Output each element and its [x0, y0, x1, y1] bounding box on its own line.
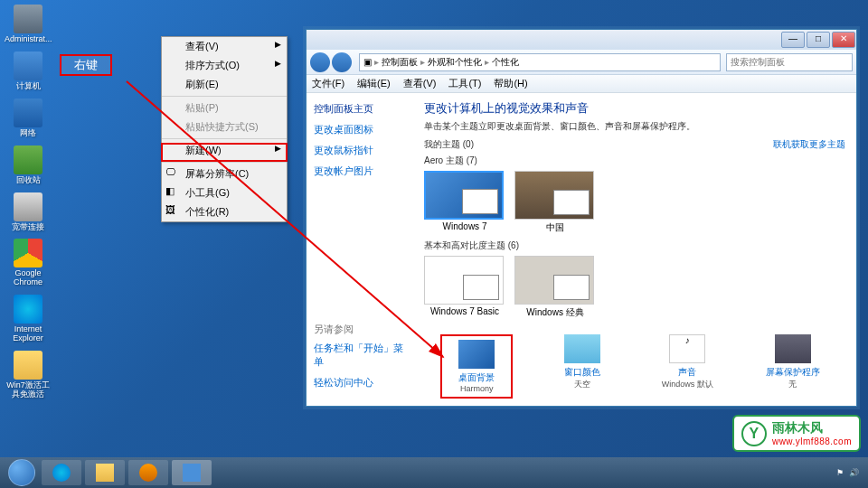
cm-paste: 粘贴(P)	[162, 99, 287, 117]
watermark-text: 雨林木风	[772, 420, 852, 436]
icon-label: 宽带连接	[5, 223, 52, 232]
cm-paste-shortcut: 粘贴快捷方式(S)	[162, 117, 287, 136]
screensaver-button[interactable]: 屏幕保护程序 无	[757, 334, 829, 399]
aero-label: Aero 主题 (7)	[424, 155, 845, 167]
menu-edit[interactable]: 编辑(E)	[357, 77, 391, 90]
cm-label: 新建(W)	[185, 145, 222, 155]
desktop-icon-admin[interactable]: Administrat...	[5, 5, 52, 44]
cm-separator	[162, 138, 287, 139]
recycle-icon	[14, 145, 42, 174]
search-input[interactable]	[726, 53, 853, 71]
tray-flag-icon[interactable]: ⚑	[836, 468, 844, 477]
taskbar-explorer[interactable]	[85, 460, 125, 485]
watermark-url: www.ylmf888.com	[772, 436, 852, 446]
color-button[interactable]: 窗口颜色 天空	[546, 334, 618, 399]
desktop-icons: Administrat... 计算机 网络 回收站 宽带连接 Google Ch…	[5, 5, 52, 399]
sidebar-link-ease[interactable]: 轻松访问中心	[314, 376, 406, 389]
minimize-button[interactable]: —	[781, 32, 805, 48]
titlebar-controls: — □ ✕	[780, 30, 856, 50]
folder-icon: ▣	[363, 57, 372, 67]
theme-label: Windows 7	[443, 221, 487, 231]
cm-sort[interactable]: 排序方式(O)▶	[162, 56, 287, 75]
icon-label: Internet Explorer	[5, 325, 52, 343]
bottom-title: 屏幕保护程序	[757, 366, 829, 379]
sidebar-link-taskbar[interactable]: 任务栏和「开始」菜单	[314, 342, 406, 369]
sidebar-link-icons[interactable]: 更改桌面图标	[314, 123, 406, 136]
watermark-logo-icon: Y	[741, 421, 767, 446]
sidebar-link-account[interactable]: 更改帐户图片	[314, 164, 406, 178]
page-heading: 更改计算机上的视觉效果和声音	[424, 100, 845, 117]
menu-help[interactable]: 帮助(H)	[494, 77, 527, 90]
breadcrumb-segment[interactable]: 控制面板	[382, 56, 418, 69]
sidebar-also-label: 另请参阅	[314, 323, 406, 336]
icon-label: 回收站	[5, 176, 52, 185]
bottom-row: 桌面背景 Harmony 窗口颜色 天空 ♪ 声音 Windows 默认	[424, 334, 845, 399]
cm-gadgets[interactable]: ◧小工具(G)	[162, 183, 287, 202]
context-menu: 查看(V)▶ 排序方式(O)▶ 刷新(E) 粘贴(P) 粘贴快捷方式(S) 新建…	[161, 36, 288, 222]
taskbar-media[interactable]	[128, 460, 168, 485]
sidebar-link-pointer[interactable]: 更改鼠标指针	[314, 144, 406, 157]
aero-themes-row: Windows 7 中国	[424, 171, 845, 234]
close-button[interactable]: ✕	[832, 32, 855, 48]
back-button[interactable]	[310, 52, 330, 72]
sound-button[interactable]: ♪ 声音 Windows 默认	[651, 334, 723, 399]
tray-volume-icon[interactable]: 🔊	[849, 468, 859, 477]
sidebar: 控制面板主页 更改桌面图标 更改鼠标指针 更改帐户图片 另请参阅 任务栏和「开始…	[307, 93, 413, 406]
desktop-icon-network[interactable]: 网络	[5, 99, 52, 138]
breadcrumb-segment[interactable]: 外观和个性化	[428, 56, 482, 69]
forward-button[interactable]	[332, 52, 352, 72]
icon-label: Google Chrome	[5, 269, 52, 287]
bottom-sub: 天空	[546, 379, 618, 390]
page-subheading: 单击某个主题立即更改桌面背景、窗口颜色、声音和屏幕保护程序。	[424, 120, 845, 133]
main-panel: 更改计算机上的视觉效果和声音 单击某个主题立即更改桌面背景、窗口颜色、声音和屏幕…	[413, 93, 856, 406]
desktop-icon-broadband[interactable]: 宽带连接	[5, 192, 52, 232]
cm-separator	[162, 96, 287, 97]
icon-label: Administrat...	[5, 35, 52, 44]
folder-icon	[14, 351, 42, 380]
ie-icon	[14, 295, 42, 324]
more-themes-link[interactable]: 联机获取更多主题	[773, 138, 845, 151]
breadcrumb[interactable]: ▣ ▸ 控制面板 ▸ 外观和个性化 ▸ 个性化	[359, 53, 721, 71]
maximize-button[interactable]: □	[807, 32, 830, 48]
system-tray[interactable]: ⚑ 🔊	[836, 468, 864, 477]
bottom-title: 声音	[651, 366, 723, 379]
bottom-sub: Windows 默认	[651, 379, 723, 390]
menu-tools[interactable]: 工具(T)	[448, 77, 481, 90]
desktop-icon-folder[interactable]: Win7激活工具免激活	[5, 351, 52, 399]
start-button[interactable]	[4, 457, 40, 488]
wallpaper-button[interactable]: 桌面背景 Harmony	[440, 334, 513, 399]
theme-label: 中国	[546, 222, 564, 232]
desktop-icon-ie[interactable]: Internet Explorer	[5, 295, 52, 343]
menu-file[interactable]: 文件(F)	[312, 77, 344, 90]
desktop-icon-recycle[interactable]: 回收站	[5, 145, 52, 185]
ie-icon	[52, 464, 71, 482]
window-icon	[183, 464, 201, 482]
titlebar[interactable]: — □ ✕	[307, 30, 856, 50]
taskbar-personalization[interactable]	[172, 460, 212, 485]
desktop-icon-chrome[interactable]: Google Chrome	[5, 239, 52, 287]
desktop-icon-computer[interactable]: 计算机	[5, 52, 52, 91]
personalize-icon: 🖼	[165, 204, 180, 217]
theme-classic[interactable]: Windows 经典	[514, 256, 596, 319]
cm-view[interactable]: 查看(V)▶	[162, 37, 287, 56]
cm-personalize[interactable]: 🖼个性化(R)	[162, 202, 287, 221]
cm-refresh[interactable]: 刷新(E)	[162, 75, 287, 94]
taskbar: ⚑ 🔊	[0, 457, 868, 488]
chevron-right-icon: ▸	[485, 57, 489, 67]
menu-view[interactable]: 查看(V)	[403, 77, 437, 90]
bottom-sub: 无	[757, 379, 829, 390]
annotation-right-click: 右键	[60, 54, 112, 76]
taskbar-ie[interactable]	[42, 460, 81, 485]
theme-china[interactable]: 中国	[514, 171, 596, 234]
my-themes-label: 我的主题 (0)联机获取更多主题	[424, 138, 845, 151]
theme-label: Windows 7 Basic	[430, 306, 499, 316]
cm-resolution[interactable]: 🖵屏幕分辨率(C)	[162, 164, 287, 183]
navbar: ▣ ▸ 控制面板 ▸ 外观和个性化 ▸ 个性化	[307, 50, 856, 75]
breadcrumb-segment[interactable]: 个性化	[492, 56, 519, 69]
theme-windows7[interactable]: Windows 7	[424, 171, 505, 234]
sidebar-title[interactable]: 控制面板主页	[314, 102, 406, 116]
cm-new[interactable]: 新建(W)▶	[162, 141, 287, 160]
theme-win7-basic[interactable]: Windows 7 Basic	[424, 256, 505, 319]
bottom-items: 桌面背景 Harmony 窗口颜色 天空 ♪ 声音 Windows 默认	[424, 334, 845, 399]
monitor-icon: 🖵	[165, 166, 180, 179]
